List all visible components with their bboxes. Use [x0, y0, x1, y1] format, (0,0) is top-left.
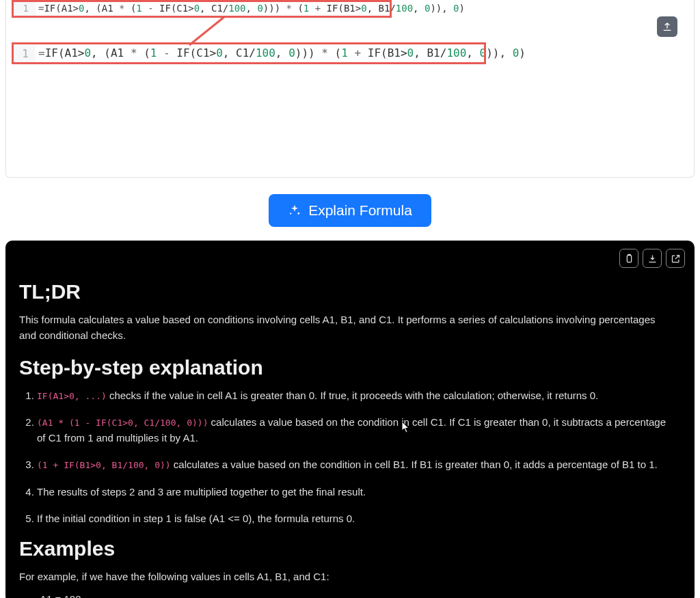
- upload-icon: [662, 21, 673, 32]
- steps-list: IF(A1>0, ...) checks if the value in cel…: [37, 388, 673, 527]
- download-button[interactable]: [643, 249, 662, 268]
- step-item-5: If the initial condition in step 1 is fa…: [37, 511, 673, 526]
- stepbystep-heading: Step-by-step explanation: [19, 356, 673, 379]
- explain-formula-button[interactable]: Explain Formula: [269, 194, 431, 227]
- formula-line-1[interactable]: 1 =IF(A1>0, (A1 * (1 - IF(C1>0, C1/100, …: [14, 1, 687, 16]
- external-link-icon: [671, 254, 681, 264]
- step2-code: (A1 * (1 - IF(C1>0, C1/100, 0))): [37, 418, 208, 428]
- step1-text: checks if the value in cell A1 is greate…: [107, 390, 599, 401]
- upload-button[interactable]: [657, 16, 677, 37]
- output-scroll-area[interactable]: TL;DR This formula calculates a value ba…: [19, 276, 685, 598]
- svg-rect-1: [627, 255, 631, 262]
- download-icon: [647, 254, 658, 264]
- formula-editor-panel: 1 =IF(A1>0, (A1 * (1 - IF(C1>0, C1/100, …: [5, 0, 695, 178]
- step1-code: IF(A1>0, ...): [37, 391, 107, 401]
- formula-text-2: =IF(A1>0, (A1 * (1 - IF(C1>0, C1/100, 0)…: [36, 45, 526, 62]
- explain-button-label: Explain Formula: [308, 202, 412, 219]
- step3-text: calculates a value based on the conditio…: [171, 459, 658, 470]
- formula-line-2[interactable]: 1 =IF(A1>0, (A1 * (1 - IF(C1>0, C1/100, …: [14, 45, 687, 63]
- explain-button-container: Explain Formula: [0, 178, 700, 241]
- step-item-3: (1 + IF(B1>0, B1/100, 0)) calculates a v…: [37, 457, 673, 472]
- examples-paragraph: For example, if we have the following va…: [19, 569, 673, 584]
- gutter-2: 1: [14, 45, 36, 63]
- copy-button[interactable]: [619, 249, 638, 268]
- open-external-button[interactable]: [666, 249, 685, 268]
- step3-code: (1 + IF(B1>0, B1/100, 0)): [37, 460, 171, 470]
- gutter-1: 1: [14, 1, 36, 16]
- step-item-2: (A1 * (1 - IF(C1>0, C1/100, 0))) calcula…: [37, 414, 673, 446]
- formula-text-1: =IF(A1>0, (A1 * (1 - IF(C1>0, C1/100, 0)…: [36, 1, 465, 16]
- explanation-output-panel: TL;DR This formula calculates a value ba…: [5, 241, 695, 598]
- tldr-heading: TL;DR: [19, 280, 673, 303]
- output-toolbar: [619, 249, 685, 268]
- tldr-paragraph: This formula calculates a value based on…: [19, 312, 673, 344]
- examples-heading: Examples: [19, 537, 673, 560]
- step-item-4: The results of steps 2 and 3 are multipl…: [37, 484, 673, 500]
- examples-list: A1 = 100 B1 = 10: [40, 591, 673, 598]
- step-item-1: IF(A1>0, ...) checks if the value in cel…: [37, 388, 673, 403]
- sparkle-icon: [288, 204, 301, 217]
- clipboard-icon: [624, 254, 634, 264]
- example-item-1: A1 = 100: [40, 591, 673, 598]
- svg-line-0: [189, 16, 225, 45]
